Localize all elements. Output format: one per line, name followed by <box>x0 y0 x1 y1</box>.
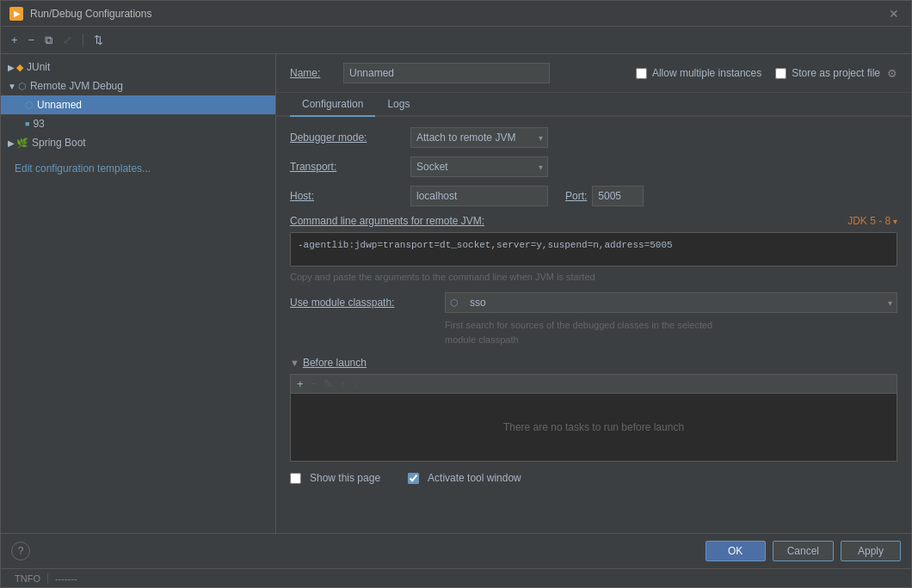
debugger-mode-label: Debugger mode: <box>290 132 410 144</box>
name-input[interactable] <box>343 63 550 83</box>
cmdline-hint: Copy and paste the arguments to the comm… <box>290 272 897 282</box>
cmdline-label: Command line arguments for remote JVM: <box>290 215 484 227</box>
store-as-project-checkbox[interactable] <box>775 68 786 79</box>
port-label: Port: <box>565 190 587 202</box>
edit-templates-link[interactable]: Edit configuration templates... <box>8 159 268 178</box>
junit-expand-arrow: ▶ <box>8 63 15 72</box>
remove-config-button[interactable]: − <box>25 32 39 48</box>
cancel-button[interactable]: Cancel <box>773 541 834 561</box>
tabs-bar: Configuration Logs <box>276 93 911 117</box>
footer-left: ? <box>11 542 30 560</box>
show-this-page-checkbox[interactable] <box>290 473 301 484</box>
before-launch-up-btn[interactable]: ↑ <box>337 377 348 391</box>
title-bar-left: ▶ Run/Debug Configurations <box>9 7 151 21</box>
status-segment-2: ------- <box>55 573 77 584</box>
before-launch-remove-btn[interactable]: − <box>308 377 320 391</box>
config-panel: Debugger mode: Attach to remote JVM ▾ Tr… <box>276 117 911 533</box>
footer-buttons: OK Cancel Apply <box>706 541 901 561</box>
debugger-mode-select-wrapper: Attach to remote JVM ▾ <box>410 127 548 148</box>
store-as-project-label: Store as project file <box>792 67 880 79</box>
toolbar-separator <box>83 34 83 47</box>
name-label: Name: <box>290 67 333 79</box>
footer: ? OK Cancel Apply <box>1 533 911 568</box>
activate-tool-window-label: Activate tool window <box>428 472 521 484</box>
debugger-mode-row: Debugger mode: Attach to remote JVM ▾ <box>290 127 897 148</box>
tab-configuration[interactable]: Configuration <box>290 93 375 117</box>
before-launch-add-btn[interactable]: + <box>294 377 306 391</box>
run-debug-dialog: ▶ Run/Debug Configurations ✕ + − ⧉ ⤢ ⇅ ▶… <box>0 0 912 588</box>
before-launch-down-btn[interactable]: ↓ <box>350 377 361 391</box>
status-segment-1: TNFO <box>8 573 48 584</box>
sidebar-item-unnamed[interactable]: ⬡ Unnamed <box>1 95 275 114</box>
module-select-wrapper: ⬡ sso ▾ <box>445 292 897 313</box>
sort-button[interactable]: ⇅ <box>90 32 107 48</box>
sidebar-item-unnamed-label: Unnamed <box>37 99 82 111</box>
remote-jvm-expand-arrow: ▼ <box>8 82 16 91</box>
host-label: Host: <box>290 190 410 202</box>
bottom-checkboxes: Show this page Activate tool window <box>290 472 897 484</box>
springboot-expand-arrow: ▶ <box>8 138 15 148</box>
module-classpath-label: Use module classpath: <box>290 297 445 309</box>
allow-multiple-label: Allow multiple instances <box>652 67 761 79</box>
sidebar-item-junit[interactable]: ▶ ◆ JUnit <box>1 58 275 77</box>
sidebar-item-93[interactable]: ■ 93 <box>1 114 275 133</box>
dialog-title: Run/Debug Configurations <box>30 8 151 20</box>
before-launch-header: ▼ Before launch <box>290 357 897 369</box>
before-launch-arrow-icon: ▼ <box>290 358 299 368</box>
sidebar-item-remote-jvm[interactable]: ▼ ⬡ Remote JVM Debug <box>1 77 275 95</box>
sidebar-item-remote-jvm-label: Remote JVM Debug <box>30 80 123 92</box>
sidebar-item-springboot[interactable]: ▶ 🌿 Spring Boot <box>1 133 275 152</box>
copy-config-button[interactable]: ⧉ <box>41 32 56 49</box>
gear-icon[interactable]: ⚙ <box>887 67 897 80</box>
port-input[interactable] <box>592 186 644 206</box>
right-panel: Name: Allow multiple instances Store as … <box>276 54 911 533</box>
host-input[interactable] <box>410 186 548 206</box>
no-tasks-text: There are no tasks to run before launch <box>503 421 684 433</box>
host-port-row: Host: Port: <box>290 186 897 206</box>
show-page-row: Show this page <box>290 472 380 484</box>
cmdline-header: Command line arguments for remote JVM: J… <box>290 215 897 227</box>
allow-multiple-checkbox[interactable] <box>636 68 647 79</box>
jdk-badge[interactable]: JDK 5 - 8 <box>847 215 897 227</box>
transport-select[interactable]: Socket <box>410 156 548 177</box>
activate-tool-window-checkbox[interactable] <box>408 473 419 484</box>
unnamed-icon: ⬡ <box>25 100 34 111</box>
activate-tool-window-row: Activate tool window <box>408 472 521 484</box>
allow-multiple-instances-row: Allow multiple instances <box>636 67 761 79</box>
debugger-mode-select[interactable]: Attach to remote JVM <box>410 127 548 148</box>
remote-jvm-icon: ⬡ <box>18 81 27 92</box>
help-button[interactable]: ? <box>11 542 30 560</box>
module-hint: First search for sources of the debugged… <box>445 318 897 346</box>
cmdline-box: -agentlib:jdwp=transport=dt_socket,serve… <box>290 232 897 266</box>
show-this-page-label: Show this page <box>310 472 380 484</box>
tab-logs[interactable]: Logs <box>375 93 422 117</box>
before-launch-section: ▼ Before launch + − ✎ ↑ ↓ There are no t… <box>290 357 897 462</box>
springboot-icon: 🌿 <box>16 138 28 149</box>
transport-select-wrapper: Socket ▾ <box>410 156 548 177</box>
app-icon: ▶ <box>9 7 23 21</box>
store-as-project-row: Store as project file ⚙ <box>775 67 897 80</box>
transport-label: Transport: <box>290 161 410 173</box>
before-launch-edit-btn[interactable]: ✎ <box>321 377 336 391</box>
93-icon: ■ <box>25 119 29 128</box>
main-content: ▶ ◆ JUnit ▼ ⬡ Remote JVM Debug ⬡ Unnamed… <box>1 54 911 533</box>
apply-button[interactable]: Apply <box>841 541 901 561</box>
move-up-button[interactable]: ⤢ <box>59 32 76 48</box>
junit-icon: ◆ <box>16 62 23 73</box>
transport-row: Transport: Socket ▾ <box>290 156 897 177</box>
module-select[interactable]: sso <box>445 292 897 313</box>
status-bar: TNFO ------- <box>1 568 911 587</box>
before-launch-toolbar: + − ✎ ↑ ↓ <box>290 374 897 393</box>
name-row: Name: Allow multiple instances Store as … <box>276 54 911 93</box>
add-config-button[interactable]: + <box>8 32 22 48</box>
name-row-right: Allow multiple instances Store as projec… <box>636 67 897 80</box>
sidebar-item-junit-label: JUnit <box>27 61 50 73</box>
title-bar: ▶ Run/Debug Configurations ✕ <box>1 1 911 27</box>
sidebar-item-93-label: 93 <box>33 118 44 130</box>
sidebar: ▶ ◆ JUnit ▼ ⬡ Remote JVM Debug ⬡ Unnamed… <box>1 54 276 533</box>
close-button[interactable]: ✕ <box>885 5 903 22</box>
before-launch-label: Before launch <box>303 357 367 369</box>
ok-button[interactable]: OK <box>706 541 766 561</box>
module-row: Use module classpath: ⬡ sso ▾ <box>290 292 897 313</box>
dialog-toolbar: + − ⧉ ⤢ ⇅ <box>1 27 911 54</box>
